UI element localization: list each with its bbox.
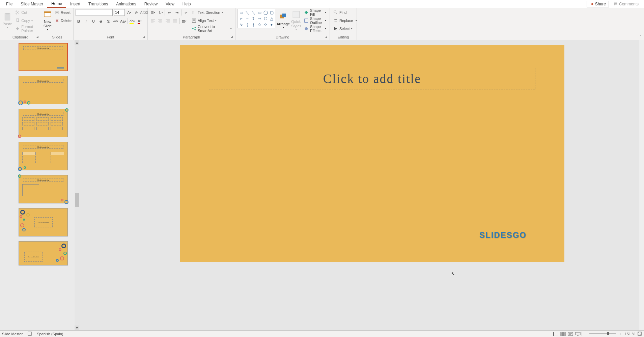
shape-textbox-icon[interactable]: ▭	[239, 10, 244, 15]
sorter-view-button[interactable]	[559, 331, 567, 337]
clear-formatting-icon[interactable]: A⌫	[141, 9, 147, 16]
bold-button[interactable]: B	[76, 18, 82, 24]
underline-button[interactable]: U	[90, 18, 96, 24]
title-placeholder[interactable]: Click to add title	[209, 68, 535, 89]
shape-outline-button[interactable]: Shape Outline▾	[303, 17, 328, 24]
character-spacing-button[interactable]: AV▾	[113, 18, 119, 24]
align-text-button[interactable]: Align Text▾	[190, 17, 233, 24]
shape-oval-icon[interactable]: ◯	[263, 10, 268, 15]
format-painter-button[interactable]: Format Painter	[14, 25, 39, 32]
shape-line2-icon[interactable]: ＼	[251, 10, 256, 15]
replace-button[interactable]: Replace ▾	[332, 17, 358, 24]
text-shadow-button[interactable]: S	[105, 18, 111, 24]
decrease-indent-button[interactable]: ⇤	[166, 9, 172, 16]
layout-thumb-6[interactable]: Click to add subtitle	[19, 208, 68, 236]
collapse-ribbon-button[interactable]: ˄	[637, 8, 644, 40]
shape-fill-button[interactable]: Shape Fill▾	[303, 9, 328, 16]
strikethrough-button[interactable]: S	[98, 18, 104, 24]
reading-view-button[interactable]	[567, 331, 574, 337]
paste-button[interactable]: Paste ▾	[2, 9, 12, 32]
shape-more-icon[interactable]: ▾	[269, 22, 274, 27]
shape-tri-icon[interactable]: △	[269, 16, 274, 21]
font-launcher[interactable]: ◢	[143, 35, 147, 39]
tab-transitions[interactable]: Transitions	[84, 1, 112, 7]
canvas-vscroll[interactable]	[639, 40, 644, 330]
zoom-slider[interactable]	[589, 333, 616, 334]
slide-canvas[interactable]: Click to add title SLIDESGO ↖	[79, 40, 644, 330]
layout-thumb-4[interactable]: Click to add title	[19, 142, 68, 170]
status-language[interactable]: Spanish (Spain)	[37, 332, 63, 336]
align-left-button[interactable]	[150, 18, 156, 24]
shape-rect-icon[interactable]: ▭	[257, 10, 262, 15]
thumb-scroll-handle[interactable]	[75, 193, 79, 207]
layout-thumb-5[interactable]: Click to add title	[19, 175, 68, 203]
share-button[interactable]: Share	[587, 1, 609, 7]
thumb-scrollbar[interactable]	[75, 45, 79, 326]
normal-view-button[interactable]	[552, 331, 559, 337]
layout-thumb-2[interactable]: Click to add title	[19, 76, 68, 104]
tab-insert[interactable]: Insert	[66, 1, 84, 7]
clipboard-launcher[interactable]: ◢	[36, 35, 40, 39]
accessibility-icon[interactable]	[27, 331, 32, 337]
zoom-level[interactable]: 151 %	[625, 332, 635, 336]
zoom-in-button[interactable]: +	[618, 332, 622, 336]
decrease-font-icon[interactable]: A▾	[134, 9, 140, 16]
shapes-gallery[interactable]: ▭ ＼ ＼ ▭ ◯ ▢ ⌐ → ⇕ ⇨ ⬡ △ ∿ { } ☆ ✧ ▾	[237, 9, 275, 28]
shape-star-icon[interactable]: ☆	[257, 22, 262, 27]
shape-arrow-icon[interactable]: →	[245, 16, 250, 21]
columns-button[interactable]: ▥▾	[181, 18, 187, 24]
find-button[interactable]: Find	[332, 9, 358, 16]
italic-button[interactable]: I	[83, 18, 89, 24]
quick-styles-button[interactable]: Quick Styles ▾	[291, 9, 301, 32]
thumb-scroll-up[interactable]: ▴	[75, 40, 79, 45]
shape-effects-button[interactable]: Shape Effects▾	[303, 25, 328, 32]
tab-file[interactable]: File	[2, 1, 17, 7]
copy-button[interactable]: Copy ▾	[14, 17, 39, 24]
layout-thumb-7[interactable]: Click to add subtitle	[19, 241, 68, 265]
layout-thumb-1[interactable]: Click to add title	[19, 43, 68, 71]
numbering-button[interactable]: ⒈▾	[157, 9, 163, 16]
shape-callout-icon[interactable]: ✧	[263, 22, 268, 27]
shape-line-icon[interactable]: ＼	[245, 10, 250, 15]
increase-font-icon[interactable]: A▴	[126, 9, 132, 16]
text-direction-button[interactable]: Text Direction▾	[190, 9, 233, 16]
tab-animations[interactable]: Animations	[112, 1, 140, 7]
reset-button[interactable]: Reset	[53, 9, 73, 16]
bullets-button[interactable]: ≣▾	[150, 9, 156, 16]
tab-review[interactable]: Review	[140, 1, 162, 7]
shape-curve-icon[interactable]: ∿	[239, 22, 244, 27]
layout-thumb-3[interactable]: Click to add title	[19, 109, 68, 137]
fit-window-button[interactable]	[637, 331, 642, 337]
tab-slide-master[interactable]: Slide Master	[17, 1, 47, 7]
select-button[interactable]: Select▾	[332, 25, 358, 32]
drawing-launcher[interactable]: ◢	[325, 35, 329, 39]
increase-indent-button[interactable]: ⇥	[174, 9, 180, 16]
change-case-button[interactable]: Aa▾	[120, 18, 126, 24]
tab-help[interactable]: Help	[178, 1, 195, 7]
new-slide-button[interactable]: New Slide ▾	[43, 9, 52, 32]
align-center-button[interactable]	[157, 18, 163, 24]
shape-updown-icon[interactable]: ⇕	[251, 16, 256, 21]
highlight-button[interactable]: ab▾	[129, 18, 135, 24]
justify-button[interactable]	[172, 18, 178, 24]
delete-button[interactable]: Delete	[53, 17, 73, 24]
thumb-scroll-down[interactable]: ▾	[75, 326, 79, 330]
shape-brace-l-icon[interactable]: {	[245, 22, 250, 27]
shape-block-icon[interactable]: ⇨	[257, 16, 262, 21]
font-size-input[interactable]	[114, 9, 125, 16]
comments-button[interactable]: Comments	[611, 1, 641, 7]
line-spacing-button[interactable]: ↕▾	[183, 9, 189, 16]
zoom-slider-thumb[interactable]	[607, 332, 609, 335]
shape-brace-r-icon[interactable]: }	[251, 22, 256, 27]
arrange-button[interactable]: Arrange ▾	[277, 9, 290, 32]
shape-rrect-icon[interactable]: ▢	[269, 10, 274, 15]
align-right-button[interactable]	[165, 18, 171, 24]
tab-view[interactable]: View	[162, 1, 178, 7]
slide-layout[interactable]: Click to add title SLIDESGO	[180, 45, 564, 262]
font-name-input[interactable]	[76, 9, 113, 16]
convert-smartart-button[interactable]: Convert to SmartArt▾	[190, 25, 233, 32]
font-color-button[interactable]: A▾	[137, 18, 143, 24]
cut-button[interactable]: Cut	[14, 9, 39, 16]
tab-home[interactable]: Home	[47, 0, 66, 8]
paragraph-launcher[interactable]: ◢	[230, 35, 234, 39]
